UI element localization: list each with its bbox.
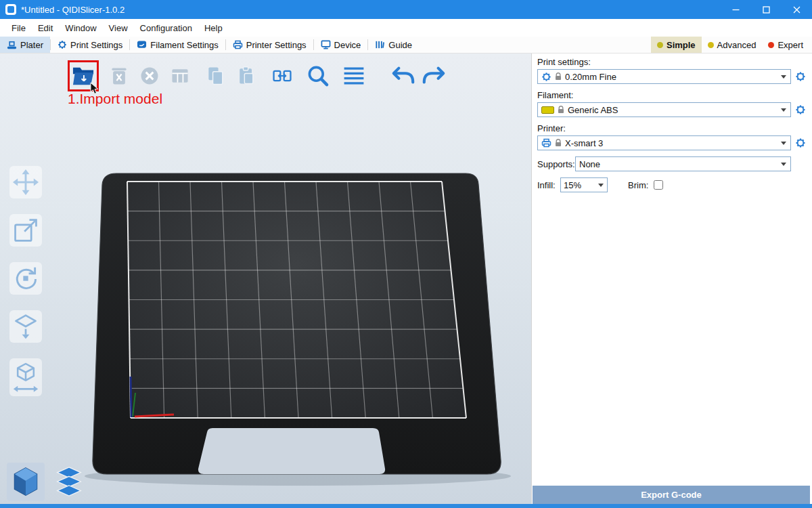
undo-button[interactable]: [391, 64, 415, 88]
mode-advanced[interactable]: Advanced: [702, 37, 763, 53]
app-logo-icon: [5, 4, 16, 15]
tab-print-settings-label: Print Settings: [70, 40, 122, 50]
chevron-down-icon: [781, 75, 786, 79]
tab-guide[interactable]: Guide: [368, 37, 419, 53]
print-settings-gear-button[interactable]: [794, 71, 807, 82]
tab-filament-settings-label: Filament Settings: [150, 40, 218, 50]
move-tool-button[interactable]: [9, 166, 42, 198]
filament-icon: [137, 40, 147, 49]
rotate-tool-button[interactable]: [9, 262, 42, 295]
copy-icon: [205, 65, 227, 87]
simple-mode-icon: [657, 42, 663, 48]
bed-handle-cutout: [198, 428, 385, 474]
close-icon: [793, 6, 800, 14]
minimize-button[interactable]: [721, 0, 751, 19]
3d-editor-view-button[interactable]: [7, 463, 45, 501]
tab-plater[interactable]: Plater: [0, 37, 50, 53]
tab-filament-settings[interactable]: Filament Settings: [130, 37, 225, 53]
gear-icon: [795, 71, 806, 82]
split-objects-icon: [271, 65, 293, 87]
gear-icon: [58, 40, 67, 49]
paste-button[interactable]: [234, 64, 258, 88]
arrange-grid-icon: [169, 65, 191, 87]
supports-label: Supports:: [537, 159, 575, 169]
menu-item-view[interactable]: View: [103, 19, 134, 37]
rotate-icon: [12, 265, 39, 292]
mode-switcher: Simple Advanced Expert: [651, 37, 812, 53]
tabbar: Plater Print Settings Filament Settings …: [0, 37, 812, 54]
place-on-face-tool-button[interactable]: [9, 310, 42, 343]
menu-item-help[interactable]: Help: [198, 19, 229, 37]
copy-button[interactable]: [204, 64, 228, 88]
menu-item-file[interactable]: File: [5, 19, 32, 37]
filament-gear-button[interactable]: [794, 104, 807, 115]
arrange-button[interactable]: [168, 64, 192, 88]
mode-expert[interactable]: Expert: [762, 37, 809, 53]
printer-bed: [0, 54, 531, 504]
tab-printer-settings[interactable]: Printer Settings: [226, 37, 313, 53]
3d-viewport[interactable]: 1.Import model: [0, 54, 531, 504]
infill-value: 15%: [564, 180, 595, 190]
supports-value: None: [579, 159, 777, 169]
menu-item-window[interactable]: Window: [59, 19, 102, 37]
printer-value: X-smart 3: [565, 138, 777, 148]
paste-icon: [235, 65, 257, 87]
scale-to-fit-tool-button[interactable]: [9, 358, 42, 396]
mode-expert-label: Expert: [777, 40, 803, 50]
export-gcode-button[interactable]: Export G-code: [533, 486, 810, 504]
minimize-icon: [732, 6, 740, 14]
maximize-button[interactable]: [751, 0, 782, 19]
printer-label: Printer:: [537, 123, 807, 133]
close-button[interactable]: [782, 0, 812, 19]
printer-select[interactable]: X-smart 3: [537, 135, 791, 150]
filament-value: Generic ABS: [568, 105, 777, 115]
tab-print-settings[interactable]: Print Settings: [51, 37, 129, 53]
3d-editor-view-icon: [11, 466, 41, 497]
mode-simple[interactable]: Simple: [651, 37, 702, 53]
filament-select[interactable]: Generic ABS: [537, 102, 791, 117]
tutorial-annotation: 1.Import model: [68, 91, 162, 107]
scale-tool-button[interactable]: [9, 214, 42, 247]
delete-all-icon: [139, 65, 160, 87]
chevron-down-icon: [598, 184, 604, 187]
lock-icon: [555, 72, 562, 81]
lock-icon: [558, 106, 564, 114]
delete-all-button[interactable]: [137, 64, 162, 88]
chevron-down-icon: [781, 163, 786, 166]
brim-checkbox[interactable]: [654, 180, 663, 190]
titlebar: *Untitled - QIDISlicer-1.0.2: [0, 0, 812, 19]
print-settings-label: Print settings:: [537, 57, 807, 67]
printer-gear-button[interactable]: [794, 137, 807, 148]
settings-sidebar: Print settings: 0.20mm Fine Filament: Ge…: [531, 54, 812, 504]
delete-button[interactable]: [107, 64, 131, 88]
tab-device[interactable]: Device: [314, 37, 368, 53]
import-highlight-box: [68, 60, 99, 91]
tab-plater-label: Plater: [20, 40, 43, 50]
plater-icon: [7, 40, 17, 50]
variable-layer-height-button[interactable]: [342, 64, 366, 88]
tab-guide-label: Guide: [388, 40, 412, 50]
print-settings-select[interactable]: 0.20mm Fine: [537, 69, 791, 84]
chevron-down-icon: [781, 108, 786, 112]
advanced-mode-icon: [708, 42, 714, 48]
supports-select[interactable]: None: [575, 156, 791, 171]
split-objects-button[interactable]: [270, 64, 294, 88]
brim-label: Brim:: [628, 180, 648, 190]
scale-icon: [12, 217, 39, 244]
redo-button[interactable]: [422, 64, 446, 88]
window-controls: [721, 0, 812, 19]
menu-item-edit[interactable]: Edit: [32, 19, 59, 37]
window-title: *Untitled - QIDISlicer-1.0.2: [21, 5, 125, 15]
infill-select[interactable]: 15%: [560, 177, 608, 192]
gear-icon: [795, 137, 806, 148]
search-button[interactable]: [306, 64, 330, 88]
lock-icon: [555, 139, 562, 147]
printer-icon: [541, 138, 551, 148]
menu-item-configuration[interactable]: Configuration: [134, 19, 198, 37]
plater-toolbar: [68, 60, 452, 91]
tab-printer-settings-label: Printer Settings: [246, 40, 307, 50]
infill-label: Infill:: [537, 180, 560, 190]
preview-layers-icon: [53, 466, 85, 497]
print-settings-value: 0.20mm Fine: [565, 72, 777, 82]
preview-layers-button[interactable]: [50, 463, 88, 501]
